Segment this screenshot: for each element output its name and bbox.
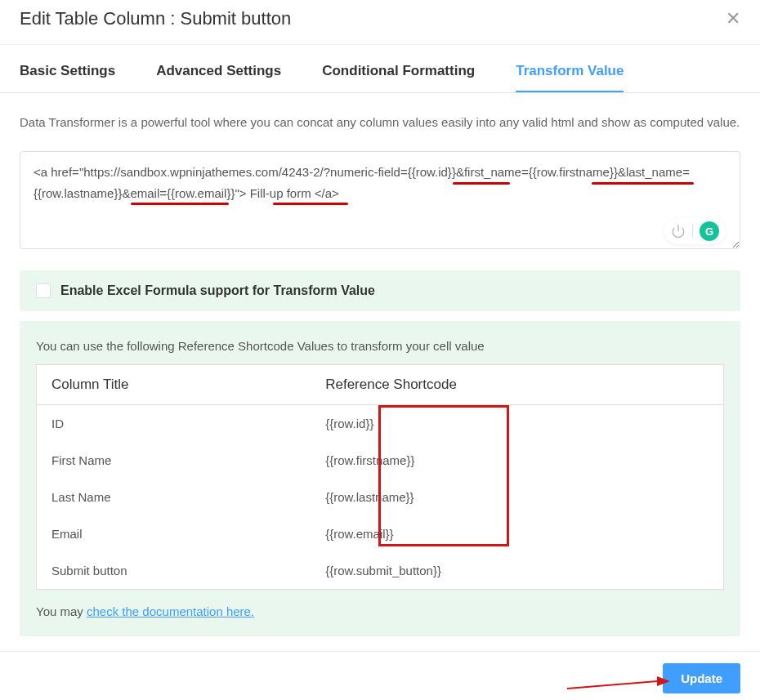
table-row: Last Name {{row.lastname}}	[37, 479, 724, 515]
annotation-underline	[273, 203, 348, 205]
reference-panel: You can use the following Reference Shor…	[20, 321, 740, 636]
grammarly-icon[interactable]: G	[700, 221, 719, 241]
annotation-arrow	[566, 671, 672, 695]
close-icon[interactable]: ✕	[726, 8, 740, 29]
table-row: Submit button {{row.submit_button}}	[37, 552, 724, 590]
doc-prefix: You may	[36, 604, 87, 618]
ref-col-title: ID	[37, 405, 311, 443]
documentation-link[interactable]: check the documentation here.	[87, 604, 254, 618]
doc-line: You may check the documentation here.	[36, 604, 724, 618]
ref-col-title: First Name	[37, 442, 311, 479]
ref-col-title: Submit button	[37, 552, 311, 590]
tab-advanced-settings[interactable]: Advanced Settings	[156, 63, 281, 92]
reference-header-title: Column Title	[37, 365, 311, 405]
tab-basic-settings[interactable]: Basic Settings	[20, 63, 115, 92]
svg-line-1	[567, 681, 657, 689]
transform-code-input[interactable]	[20, 151, 740, 249]
ref-col-shortcode: {{row.firstname}}	[311, 442, 723, 479]
enable-formula-checkbox[interactable]	[36, 283, 51, 298]
ref-col-shortcode: {{row.submit_button}}	[311, 552, 723, 590]
ref-col-shortcode: {{row.email}}	[311, 515, 723, 552]
grammarly-widget: G	[664, 218, 726, 244]
ref-col-title: Last Name	[37, 479, 311, 515]
tabs: Basic Settings Advanced Settings Conditi…	[0, 63, 760, 93]
tab-transform-value[interactable]: Transform Value	[516, 63, 624, 92]
power-icon[interactable]	[671, 224, 686, 239]
modal-title: Edit Table Column : Submit button	[20, 8, 291, 29]
ref-col-shortcode: {{row.lastname}}	[311, 479, 723, 515]
reference-intro: You can use the following Reference Shor…	[36, 339, 724, 353]
reference-header-shortcode: Reference Shortcode	[311, 365, 723, 405]
enable-formula-label: Enable Excel Formula support for Transfo…	[60, 283, 375, 298]
reference-table: Column Title Reference Shortcode ID {{ro…	[36, 364, 724, 590]
table-row: Email {{row.email}}	[37, 515, 724, 552]
tab-conditional-formatting[interactable]: Conditional Formatting	[322, 63, 475, 92]
transformer-description: Data Transformer is a powerful tool wher…	[20, 111, 740, 133]
update-button[interactable]: Update	[663, 663, 740, 693]
separator	[692, 225, 693, 238]
table-row: ID {{row.id}}	[37, 405, 724, 443]
annotation-underline	[453, 182, 510, 185]
ref-col-shortcode: {{row.id}}	[311, 405, 723, 443]
table-row: First Name {{row.firstname}}	[37, 442, 724, 479]
annotation-underline	[131, 203, 229, 205]
annotation-underline	[592, 182, 694, 185]
ref-col-title: Email	[37, 515, 311, 552]
formula-option-panel: Enable Excel Formula support for Transfo…	[20, 270, 740, 311]
